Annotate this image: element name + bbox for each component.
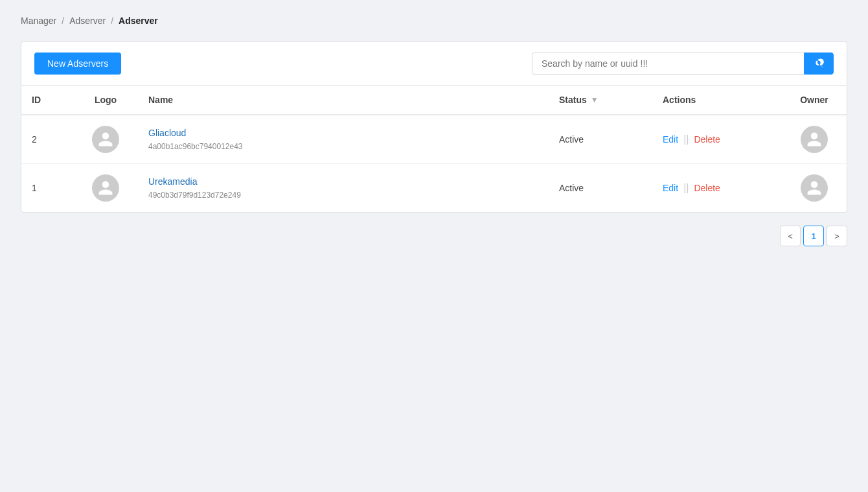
- filter-icon[interactable]: ▼: [591, 95, 599, 104]
- col-header-status[interactable]: Status ▼: [549, 86, 652, 115]
- name-link[interactable]: Urekamedia: [148, 176, 538, 187]
- search-area: [532, 53, 834, 75]
- owner-avatar: [801, 174, 828, 202]
- toolbar: New Adservers: [21, 41, 847, 85]
- uuid-text: 4a00b1ac96bc7940012e43: [148, 142, 242, 151]
- avatar: [92, 174, 119, 202]
- cell-actions: Edit || Delete: [652, 115, 782, 164]
- user-icon: [97, 180, 114, 196]
- page-container: Manager / Adserver / Adserver New Adserv…: [0, 0, 868, 264]
- col-header-owner: Owner: [782, 86, 847, 115]
- edit-button[interactable]: Edit: [663, 183, 678, 193]
- col-header-name: Name: [138, 86, 549, 115]
- delete-button[interactable]: Delete: [694, 134, 720, 145]
- avatar: [92, 126, 119, 153]
- col-header-id: ID: [21, 86, 73, 115]
- delete-button[interactable]: Delete: [694, 183, 720, 193]
- breadcrumb-adserver-current: Adserver: [119, 16, 158, 26]
- table-container: ID Logo Name Status ▼ Actions Owner 2: [21, 85, 847, 213]
- table-header-row: ID Logo Name Status ▼ Actions Owner: [21, 86, 847, 115]
- table-row: 2 Gliacloud 4a00b1ac96bc7940012e43 Activ…: [21, 115, 847, 164]
- action-divider: ||: [683, 182, 689, 194]
- cell-id: 2: [21, 115, 73, 164]
- status-label: Status: [559, 95, 587, 105]
- uuid-text: 49c0b3d79f9d123d72e249: [148, 191, 241, 200]
- col-header-logo: Logo: [73, 86, 138, 115]
- pagination-next-button[interactable]: >: [827, 226, 847, 246]
- search-input[interactable]: [532, 53, 804, 75]
- search-button[interactable]: [804, 53, 834, 75]
- breadcrumb: Manager / Adserver / Adserver: [21, 16, 847, 26]
- cell-id: 1: [21, 164, 73, 213]
- name-link[interactable]: Gliacloud: [148, 128, 538, 138]
- adservers-table: ID Logo Name Status ▼ Actions Owner 2: [21, 86, 847, 212]
- col-header-actions: Actions: [652, 86, 782, 115]
- action-divider: ||: [683, 134, 689, 145]
- pagination-page-1-button[interactable]: 1: [803, 226, 824, 246]
- cell-logo: [73, 164, 138, 213]
- owner-avatar: [801, 126, 828, 153]
- cell-status: Active: [549, 115, 652, 164]
- breadcrumb-manager[interactable]: Manager: [21, 16, 56, 26]
- breadcrumb-sep-1: /: [62, 16, 64, 26]
- cell-status: Active: [549, 164, 652, 213]
- cell-owner: [782, 115, 847, 164]
- search-icon: [814, 58, 824, 69]
- breadcrumb-adserver-1[interactable]: Adserver: [69, 16, 106, 26]
- new-adservers-button[interactable]: New Adservers: [34, 53, 121, 75]
- user-icon: [97, 131, 114, 148]
- cell-name: Gliacloud 4a00b1ac96bc7940012e43: [138, 115, 549, 164]
- cell-logo: [73, 115, 138, 164]
- pagination: < 1 >: [21, 213, 847, 249]
- owner-user-icon: [806, 180, 823, 196]
- edit-button[interactable]: Edit: [663, 134, 678, 145]
- owner-user-icon: [806, 131, 823, 148]
- cell-actions: Edit || Delete: [652, 164, 782, 213]
- breadcrumb-sep-2: /: [111, 16, 113, 26]
- table-row: 1 Urekamedia 49c0b3d79f9d123d72e249 Acti…: [21, 164, 847, 213]
- cell-name: Urekamedia 49c0b3d79f9d123d72e249: [138, 164, 549, 213]
- cell-owner: [782, 164, 847, 213]
- pagination-prev-button[interactable]: <: [780, 226, 801, 246]
